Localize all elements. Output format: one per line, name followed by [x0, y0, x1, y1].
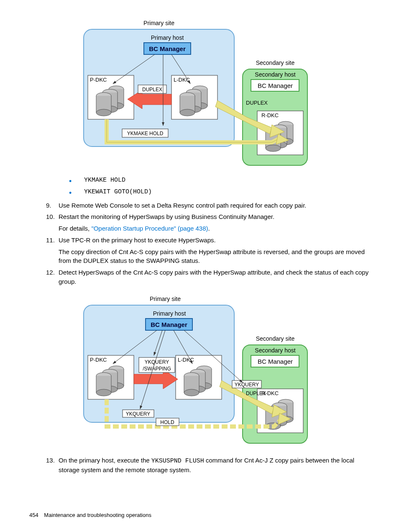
- diagram1-duplex-2: DUPLEX: [246, 100, 268, 106]
- diagram1-duplex-1: DUPLEX: [142, 87, 162, 93]
- step-13-text1a: On the primary host, execute the: [59, 457, 151, 464]
- diagram1-rdkc-label: R-DKC: [261, 112, 279, 118]
- diagram2-duplex: DUPLEX: [246, 391, 266, 396]
- diagram1-primary-site-label: Primary site: [143, 20, 174, 26]
- diagram2-swapping: /SWAPPING: [143, 366, 171, 372]
- bullet-ykmake-hold: YKMAKE HOLD: [69, 176, 370, 185]
- step-11-number: 11.: [46, 236, 59, 265]
- diagram1-pdkc-label: P-DKC: [90, 77, 107, 83]
- diagram2-secondary-host-label: Secondary host: [255, 347, 295, 354]
- step-11: 11. Use TPC-R on the primary host to exe…: [46, 236, 370, 265]
- diagram1-bc-manager-primary: BC Manager: [149, 45, 186, 52]
- step-12: 12. Detect HyperSwaps of the Cnt Ac-S co…: [46, 268, 370, 286]
- diagram1-secondary-site-label: Secondary site: [256, 59, 295, 66]
- diagram1-secondary-host-label: Secondary host: [255, 71, 295, 78]
- diagram-1: Primary site Primary host BC Manager Sec…: [75, 17, 314, 167]
- diagram2-primary-host-label: Primary host: [153, 310, 186, 317]
- step-9-number: 9.: [46, 201, 59, 210]
- step-11-text2: The copy direction of Cnt Ac-S copy pair…: [59, 247, 370, 266]
- diagram2-hold: HOLD: [160, 419, 174, 425]
- bullet-ykewait-goto: YKEWAIT GOTO(HOLD): [69, 188, 370, 197]
- step-10-text2a: For details,: [59, 225, 91, 232]
- step-10-number: 10.: [46, 212, 59, 233]
- diagram-2: Primary site Primary host BC Manager Sec…: [75, 293, 314, 447]
- diagram2-ykquery-2: YKQUERY: [235, 382, 259, 388]
- step-13-number: 13.: [46, 456, 59, 475]
- diagram2-ykquery-1: YKQUERY: [145, 359, 169, 365]
- step-9-text: Use Remote Web Console to set a Delta Re…: [59, 201, 370, 210]
- step-10-text1: Restart the monitoring of HyperSwaps by …: [59, 213, 274, 220]
- diagram2-bc-manager-primary: BC Manager: [151, 321, 187, 328]
- step-13: 13. On the primary host, execute the YKS…: [46, 456, 370, 475]
- diagram2-ykquery-3: YKQUERY: [126, 411, 150, 417]
- step-12-number: 12.: [46, 268, 59, 286]
- diagram2-pdkc-label: P-DKC: [90, 357, 107, 363]
- step-10: 10. Restart the monitoring of HyperSwaps…: [46, 212, 370, 233]
- diagram2-secondary-site-label: Secondary site: [256, 335, 295, 342]
- command-bullet-list: YKMAKE HOLD YKEWAIT GOTO(HOLD): [69, 176, 370, 197]
- step-9: 9. Use Remote Web Console to set a Delta…: [46, 201, 370, 210]
- diagram2-bc-manager-secondary: BC Manager: [258, 358, 293, 365]
- step-11-text1: Use TPC-R on the primary host to execute…: [59, 236, 216, 244]
- diagram1-bc-manager-secondary: BC Manager: [258, 82, 293, 89]
- operation-startup-link[interactable]: "Operation Startup Procedure" (page 438): [91, 225, 208, 232]
- step-13-code: YKSUSPND FLUSH: [151, 457, 204, 465]
- step-12-text: Detect HyperSwaps of the Cnt Ac-S copy p…: [59, 268, 370, 286]
- diagram1-ldkc-label: L-DKC: [174, 77, 190, 83]
- diagram1-ykmake-hold: YKMAKE HOLD: [127, 131, 164, 136]
- step-10-text2b: .: [208, 225, 210, 232]
- diagram1-primary-host-label: Primary host: [151, 34, 184, 41]
- diagram2-primary-site-label: Primary site: [150, 296, 181, 302]
